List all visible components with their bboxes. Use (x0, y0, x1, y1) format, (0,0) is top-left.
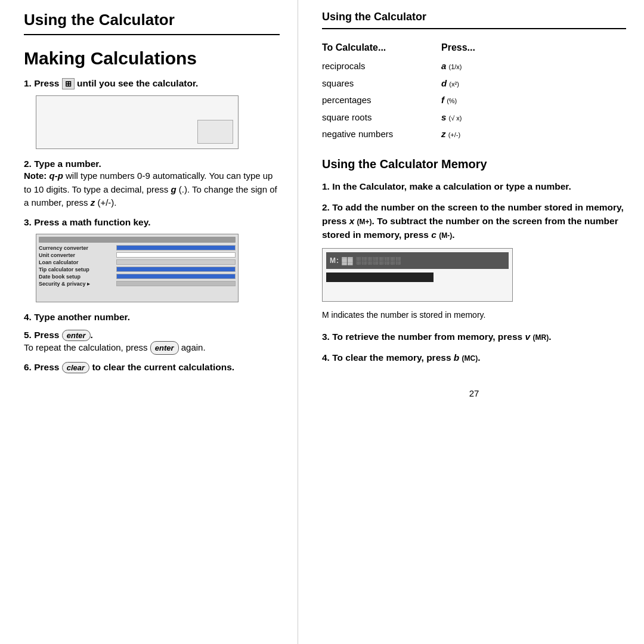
clear-key: clear (62, 362, 89, 373)
press-row-squares: d (x²) (441, 75, 501, 92)
menu-row-4: Tip calculator setup (39, 267, 236, 273)
memory-step-2: 2. To add the number on the screen to th… (322, 200, 626, 302)
mem-display-bottom (326, 273, 434, 282)
press-row-reciprocals: a (1/x) (441, 58, 501, 75)
step-5: 5. Press enter. To repeat the calculatio… (24, 330, 280, 355)
right-header: Using the Calculator (322, 0, 626, 29)
menu-item-bar-4 (116, 267, 236, 272)
step-1: 1. Press ⊞ until you see the calculator. (24, 78, 280, 149)
calc-row-negative: negative numbers (322, 126, 417, 143)
display-inner (197, 120, 233, 144)
enter-key-repeat: enter (150, 341, 179, 355)
memory-step-2-label: 2. To add the number on the screen to th… (322, 200, 626, 242)
step-2: 2. Type a number. Note: q-p will type nu… (24, 159, 280, 210)
menu-row-6: Security & privacy ▸ (39, 281, 236, 287)
calc-col-left: To Calculate... reciprocals squares perc… (322, 42, 417, 143)
page-number-value: 27 (469, 388, 479, 398)
step-5-label: 5. Press enter. (24, 330, 280, 341)
press-key-s: s (441, 112, 446, 122)
press-key-d: d (441, 78, 447, 88)
calculator-menu-illustration: Currency converter Unit converter Loan c… (36, 234, 239, 302)
calculator-display-illustration (36, 95, 239, 149)
menu-row-3: Loan calculator (39, 259, 236, 265)
menu-item-text-3: Loan calculator (39, 259, 116, 265)
mem-display-text: M: ▓▓ ░░░░░░░░ (330, 256, 401, 265)
menu-item-bar-6 (116, 281, 236, 286)
menu-item-bar-5 (116, 274, 236, 279)
press-key-v: v (525, 332, 531, 342)
press-row-percentages: f (%) (441, 92, 501, 109)
left-header: Using the Calculator (24, 0, 280, 35)
step-1-suffix: until you see the calculator. (77, 78, 198, 88)
press-row-negative: z (+/-) (441, 126, 501, 143)
press-sub-a: (1/x) (449, 63, 462, 70)
press-sub-c: (M-) (439, 231, 452, 240)
step-3: 3. Press a math function key. Currency c… (24, 217, 280, 302)
press-key-c: c (431, 230, 436, 240)
col-header-press: Press... (441, 42, 501, 53)
step-1-number: 1. (24, 78, 34, 88)
section-title: Making Calculations (24, 48, 280, 69)
menu-row-1: Currency converter (39, 245, 236, 251)
memory-step-1-label: 1. In the Calculator, make a calculation… (322, 179, 626, 193)
right-header-title: Using the Calculator (322, 11, 426, 23)
note-key-g: g (171, 184, 177, 194)
press-key-b: b (454, 352, 459, 363)
step-3-label: 3. Press a math function key. (24, 217, 280, 228)
press-sub-v: (MR) (532, 333, 549, 342)
memory-step-1: 1. In the Calculator, make a calculation… (322, 179, 626, 193)
menu-bar-top (39, 237, 236, 243)
press-sub-d: (x²) (449, 80, 459, 88)
memory-step-4-label: 4. To clear the memory, press b (MC). (322, 351, 626, 364)
memory-section-title: Using the Calculator Memory (322, 157, 626, 171)
calc-col-right: Press... a (1/x) d (x²) f (%) s (√ x) z … (441, 42, 501, 143)
step-6: 6. Press clear to clear the current calc… (24, 362, 280, 373)
press-key-a: a (441, 61, 446, 71)
press-key-z: z (441, 129, 446, 139)
press-key-x: x (349, 216, 355, 226)
menu-item-bar-2 (116, 252, 236, 258)
apps-key-icon: ⊞ (62, 78, 75, 89)
memory-display-illustration: M: ▓▓ ░░░░░░░░ (322, 248, 513, 302)
press-sub-f: (%) (447, 97, 457, 104)
mem-display-top: M: ▓▓ ░░░░░░░░ (326, 252, 509, 269)
menu-row-5: Date book setup (39, 274, 236, 280)
step-4-label: 4. Type another number. (24, 312, 280, 323)
calc-row-percentages: percentages (322, 92, 417, 109)
col-header-calc: To Calculate... (322, 42, 417, 53)
press-key-f: f (441, 95, 444, 105)
step-1-label: 1. Press ⊞ until you see the calculator. (24, 78, 280, 89)
note-key-qp: q-p (49, 171, 63, 181)
page-number: 27 (322, 388, 626, 398)
menu-item-text-6: Security & privacy ▸ (39, 281, 116, 287)
step-6-label: 6. Press clear to clear the current calc… (24, 362, 280, 373)
calculation-table: To Calculate... reciprocals squares perc… (322, 42, 626, 143)
calc-row-squares: squares (322, 75, 417, 92)
press-sub-x: (M+) (357, 218, 372, 226)
menu-row-2: Unit converter (39, 252, 236, 258)
step-5-text: To repeat the calculation, press enter a… (24, 341, 280, 355)
menu-item-text-1: Currency converter (39, 245, 116, 251)
memory-step-3-label: 3. To retrieve the number from memory, p… (322, 330, 626, 343)
step-2-label: 2. Type a number. (24, 159, 280, 169)
step-4: 4. Type another number. (24, 312, 280, 323)
menu-item-text-5: Date book setup (39, 274, 116, 280)
note-label: Note: (24, 171, 49, 181)
menu-item-text-2: Unit converter (39, 252, 116, 258)
enter-key: enter (62, 330, 91, 341)
step-2-text: Note: q-p will type numbers 0-9 automati… (24, 169, 280, 210)
note-key-z: z (91, 197, 95, 208)
menu-item-text-4: Tip calculator setup (39, 267, 116, 273)
menu-item-bar-1 (116, 245, 236, 250)
press-sub-b: (MC) (462, 354, 478, 363)
step-1-bold: Press (34, 78, 62, 88)
press-row-sqroots: s (√ x) (441, 109, 501, 126)
press-sub-z: (+/-) (448, 131, 460, 138)
m-note: M indicates the number is stored in memo… (322, 309, 626, 321)
menu-item-bar-3 (116, 259, 236, 265)
press-sub-s: (√ x) (449, 114, 462, 122)
calc-row-sqroots: square roots (322, 109, 417, 126)
left-header-title: Using the Calculator (24, 11, 175, 29)
memory-step-4: 4. To clear the memory, press b (MC). (322, 351, 626, 364)
memory-step-3: 3. To retrieve the number from memory, p… (322, 330, 626, 343)
